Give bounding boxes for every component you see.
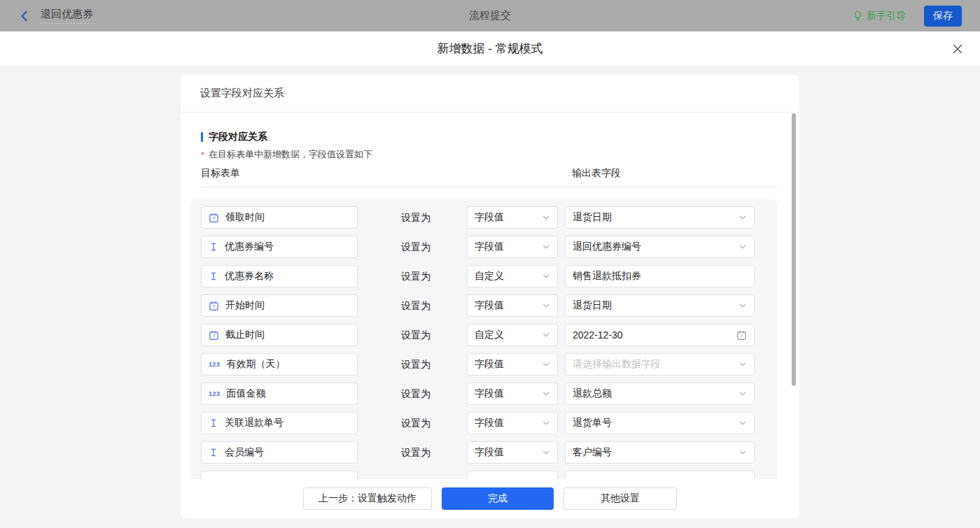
modal-body: 设置字段对应关系 字段对应关系 * 在目标表单中新增数据，字段值设置如下 目标表… [0, 66, 980, 528]
output-field-value: 2022-12-30 [573, 329, 623, 341]
text-icon [209, 271, 218, 281]
target-field-label: 截止时间 [225, 329, 265, 341]
number-icon: 123 [209, 361, 220, 368]
value-type-selected: 字段值 [475, 417, 504, 429]
calendar-icon: 7 [736, 330, 747, 341]
value-type-select[interactable]: 字段值 [467, 206, 558, 229]
chevron-down-icon [738, 360, 747, 369]
value-type-select[interactable]: 自定义 [467, 324, 558, 346]
field-mapping-row: 123有效期（天）设置为字段值请选择输出数据字段 [190, 353, 777, 376]
value-type-select[interactable]: 字段值 [467, 294, 558, 317]
value-type-select[interactable]: 字段值 [467, 441, 558, 464]
target-field-box[interactable]: 优惠券编号 [201, 236, 358, 258]
text-icon [209, 448, 218, 457]
target-field-label: 有效期（天） [227, 358, 286, 371]
column-header-target-form: 目标表单 [201, 167, 240, 178]
chevron-down-icon [542, 301, 550, 310]
svg-text:7: 7 [741, 334, 743, 338]
set-as-label: 设置为 [401, 412, 430, 434]
target-field-box[interactable]: 关联退款单号 [201, 412, 358, 434]
field-mapping-row: 关联退款单号设置为字段值退货单号 [190, 412, 777, 434]
value-type-select[interactable]: 字段值 [467, 236, 558, 258]
column-header-output-fields: 输出表字段 [572, 167, 621, 180]
target-field-label: 优惠券名称 [225, 270, 274, 283]
target-field-label: 面值金额 [227, 387, 266, 400]
target-field-box[interactable]: 会员编号 [201, 441, 358, 464]
save-button[interactable]: 保存 [924, 6, 962, 27]
value-type-selected: 自定义 [475, 270, 504, 283]
output-field-select[interactable]: 客户编号 [565, 441, 755, 464]
custom-value-input[interactable]: 销售退款抵扣券 [565, 265, 755, 287]
text-icon [209, 242, 218, 252]
field-mapping-card: 设置字段对应关系 字段对应关系 * 在目标表单中新增数据，字段值设置如下 目标表… [181, 75, 799, 518]
target-field-box[interactable]: 7开始时间 [201, 294, 358, 317]
target-field-label: 优惠券编号 [225, 241, 274, 253]
output-field-select[interactable]: 退货日期 [565, 294, 755, 317]
other-settings-button[interactable]: 其他设置 [564, 487, 677, 510]
target-field-box[interactable]: 优惠券名称 [201, 265, 358, 287]
output-field-select[interactable]: 请选择输出数据字段 [565, 353, 755, 376]
previous-step-button[interactable]: 上一步：设置触发动作 [303, 487, 432, 510]
chevron-down-icon [738, 448, 747, 457]
chevron-down-icon [542, 390, 550, 398]
field-mapping-row: 7开始时间设置为字段值退货日期 [190, 294, 777, 317]
value-type-select[interactable]: 字段值 [467, 383, 558, 405]
chevron-down-icon [738, 213, 747, 222]
output-field-value: 退货日期 [573, 299, 612, 312]
required-mark: * [201, 150, 204, 160]
target-field-label: 领取时间 [225, 211, 265, 224]
output-field-select[interactable]: 退款总额 [565, 383, 755, 405]
set-as-label: 设置为 [401, 265, 430, 287]
output-field-box[interactable] [565, 471, 755, 479]
column-headers: 目标表单 输出表字段 [201, 167, 777, 183]
calendar-icon: 7 [209, 330, 219, 341]
close-icon[interactable] [952, 43, 963, 55]
set-as-label: 设置为 [401, 294, 430, 317]
output-field-value: 退货日期 [573, 211, 612, 224]
output-field-select[interactable]: 退回优惠券编号 [565, 236, 755, 258]
target-field-box[interactable]: 123面值金额 [201, 383, 358, 405]
card-header-title: 设置字段对应关系 [181, 75, 799, 113]
target-field-box[interactable]: 7截止时间 [201, 324, 358, 346]
value-type-selected: 字段值 [475, 446, 504, 459]
target-field-box[interactable] [201, 471, 358, 479]
mapping-note-text: 在目标表单中新增数据，字段值设置如下 [209, 148, 372, 161]
value-type-selected: 字段值 [475, 211, 504, 224]
back-icon[interactable] [18, 10, 31, 22]
field-mapping-row: 优惠券编号设置为字段值退回优惠券编号 [190, 236, 777, 258]
text-icon [209, 418, 218, 428]
value-type-select[interactable]: 自定义 [467, 265, 558, 287]
svg-text:7: 7 [213, 334, 216, 338]
chevron-down-icon [738, 301, 747, 310]
chevron-down-icon [542, 331, 550, 339]
chevron-down-icon [738, 390, 747, 398]
beginner-guide-link[interactable]: 新手引导 [853, 10, 906, 22]
flow-name[interactable]: 退回优惠券 [41, 8, 93, 24]
number-icon: 123 [209, 390, 220, 397]
set-as-label: 设置为 [401, 324, 430, 346]
value-type-selected: 字段值 [475, 299, 504, 312]
chevron-down-icon [542, 448, 550, 457]
done-button[interactable]: 完成 [442, 487, 554, 510]
beginner-guide-label: 新手引导 [867, 10, 906, 22]
vertical-scrollbar-thumb[interactable] [792, 113, 796, 386]
value-type-select[interactable] [467, 471, 558, 479]
custom-date-input[interactable]: 2022-12-307 [565, 324, 755, 346]
field-mapping-row: 7领取时间设置为字段值退货日期 [190, 206, 777, 229]
modal-title: 新增数据 - 常规模式 [437, 41, 542, 57]
card-footer: 上一步：设置触发动作 完成 其他设置 [181, 479, 799, 518]
set-as-label: 设置为 [401, 441, 430, 464]
chevron-down-icon [542, 360, 550, 369]
output-field-select[interactable]: 退货单号 [565, 412, 755, 434]
set-as-label: 设置为 [401, 383, 430, 405]
chevron-down-icon [738, 419, 747, 427]
value-type-select[interactable]: 字段值 [467, 412, 558, 434]
top-bar: 退回优惠券 流程提交 新手引导 保存 [0, 0, 980, 31]
field-mapping-rows-panel: 7领取时间设置为字段值退货日期优惠券编号设置为字段值退回优惠券编号优惠券名称设置… [190, 199, 777, 479]
target-field-box[interactable]: 7领取时间 [201, 206, 358, 229]
value-type-select[interactable]: 字段值 [467, 353, 558, 376]
field-mapping-row: 7截止时间设置为自定义2022-12-307 [190, 324, 777, 346]
target-field-box[interactable]: 123有效期（天） [201, 353, 358, 376]
output-field-select[interactable]: 退货日期 [565, 206, 755, 229]
output-field-placeholder: 请选择输出数据字段 [573, 358, 661, 371]
